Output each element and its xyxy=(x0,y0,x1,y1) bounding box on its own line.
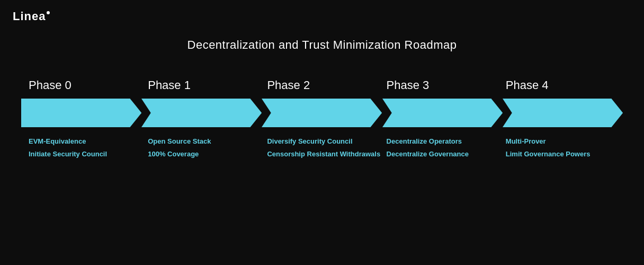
phase-label-3: Phase 3 xyxy=(384,78,504,92)
detail-item-1-0: Open Source Stack xyxy=(148,137,265,146)
detail-item-3-1: Decentralize Governance xyxy=(387,149,504,159)
phase-details-1: Open Source Stack100% Coverage xyxy=(146,137,265,159)
phase-label-1: Phase 1 xyxy=(146,78,265,92)
arrow-segment-3 xyxy=(382,99,503,127)
logo: Linea xyxy=(13,10,50,23)
phase-details-0: EVM-EquivalenceInitiate Security Council xyxy=(26,137,146,159)
phase-details-4: Multi-ProverLimit Governance Powers xyxy=(504,137,623,159)
detail-item-0-1: Initiate Security Council xyxy=(29,149,146,159)
arrow-segment-0 xyxy=(21,99,141,127)
arrows-row xyxy=(21,99,623,127)
detail-item-4-1: Limit Governance Powers xyxy=(506,149,623,159)
phases-row: Phase 0Phase 1Phase 2Phase 3Phase 4 xyxy=(21,78,623,92)
roadmap-container: Phase 0Phase 1Phase 2Phase 3Phase 4 EVM-… xyxy=(21,78,623,159)
main-content: Decentralization and Trust Minimization … xyxy=(0,33,644,159)
details-row: EVM-EquivalenceInitiate Security Council… xyxy=(21,137,623,159)
header: Linea xyxy=(0,0,644,33)
arrow-segment-4 xyxy=(503,99,623,127)
arrow-segment-2 xyxy=(262,99,382,127)
logo-text: Linea xyxy=(13,10,46,23)
arrow-segment-1 xyxy=(141,99,262,127)
detail-item-2-0: Diversify Security Council xyxy=(267,137,384,146)
page-title: Decentralization and Trust Minimization … xyxy=(187,38,457,52)
detail-item-4-0: Multi-Prover xyxy=(506,137,623,146)
detail-item-0-0: EVM-Equivalence xyxy=(29,137,146,146)
detail-item-2-1: Censorship Resistant Withdrawals xyxy=(267,149,384,159)
phase-label-4: Phase 4 xyxy=(504,78,623,92)
phase-label-0: Phase 0 xyxy=(26,78,146,92)
phase-details-3: Decentralize OperatorsDecentralize Gover… xyxy=(384,137,504,159)
detail-item-1-1: 100% Coverage xyxy=(148,149,265,159)
logo-dot xyxy=(47,11,50,14)
detail-item-3-0: Decentralize Operators xyxy=(387,137,504,146)
phase-label-2: Phase 2 xyxy=(265,78,384,92)
phase-details-2: Diversify Security CouncilCensorship Res… xyxy=(265,137,384,159)
